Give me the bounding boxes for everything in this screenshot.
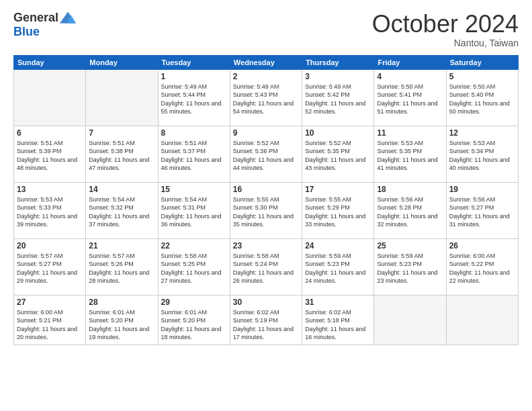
- day-number: 26: [449, 241, 515, 250]
- day-info: Sunrise: 5:57 AM Sunset: 5:26 PM Dayligh…: [89, 252, 154, 285]
- day-number: 27: [17, 298, 83, 307]
- calendar-cell: 26Sunrise: 6:00 AM Sunset: 5:22 PM Dayli…: [446, 238, 518, 295]
- calendar-cell: 16Sunrise: 5:55 AM Sunset: 5:30 PM Dayli…: [230, 182, 302, 238]
- calendar-cell: 4Sunrise: 5:50 AM Sunset: 5:41 PM Daylig…: [374, 69, 446, 126]
- day-number: 3: [305, 72, 371, 81]
- calendar-week-1: 1Sunrise: 5:49 AM Sunset: 5:44 PM Daylig…: [14, 69, 519, 126]
- calendar-cell: 29Sunrise: 6:01 AM Sunset: 5:20 PM Dayli…: [158, 295, 230, 345]
- logo: General Blue: [13, 11, 76, 39]
- calendar-week-3: 13Sunrise: 5:53 AM Sunset: 5:33 PM Dayli…: [14, 182, 519, 238]
- calendar-cell: [14, 69, 86, 126]
- day-info: Sunrise: 5:53 AM Sunset: 5:34 PM Dayligh…: [449, 139, 515, 173]
- day-info: Sunrise: 6:02 AM Sunset: 5:18 PM Dayligh…: [305, 308, 371, 342]
- calendar-cell: 20Sunrise: 5:57 AM Sunset: 5:27 PM Dayli…: [14, 238, 86, 295]
- title-block: October 2024 Nantou, Taiwan: [372, 11, 519, 48]
- day-number: 23: [233, 241, 299, 250]
- logo-general-text: General: [13, 11, 58, 25]
- calendar-cell: 24Sunrise: 5:59 AM Sunset: 5:23 PM Dayli…: [302, 238, 374, 295]
- day-number: 8: [161, 128, 227, 138]
- col-monday: Monday: [86, 55, 158, 69]
- header-row: Sunday Monday Tuesday Wednesday Thursday…: [14, 55, 519, 69]
- day-number: 15: [161, 185, 227, 194]
- day-info: Sunrise: 5:50 AM Sunset: 5:41 PM Dayligh…: [377, 83, 443, 116]
- day-number: 30: [233, 298, 299, 307]
- day-number: 16: [233, 185, 299, 194]
- day-info: Sunrise: 6:01 AM Sunset: 5:20 PM Dayligh…: [89, 308, 154, 342]
- calendar-cell: 1Sunrise: 5:49 AM Sunset: 5:44 PM Daylig…: [158, 69, 230, 126]
- day-number: 24: [305, 241, 371, 250]
- logo-blue-text: Blue: [13, 25, 40, 39]
- day-number: 31: [305, 298, 371, 307]
- day-info: Sunrise: 5:56 AM Sunset: 5:27 PM Dayligh…: [449, 195, 515, 229]
- day-number: 1: [161, 72, 227, 81]
- calendar-cell: 6Sunrise: 5:51 AM Sunset: 5:39 PM Daylig…: [14, 126, 86, 182]
- calendar-cell: [446, 295, 518, 345]
- day-info: Sunrise: 5:56 AM Sunset: 5:28 PM Dayligh…: [377, 195, 443, 229]
- calendar-cell: 25Sunrise: 5:59 AM Sunset: 5:23 PM Dayli…: [374, 238, 446, 295]
- calendar-header: Sunday Monday Tuesday Wednesday Thursday…: [14, 55, 519, 69]
- day-number: 22: [161, 241, 227, 250]
- day-number: 21: [89, 241, 154, 250]
- calendar-cell: 12Sunrise: 5:53 AM Sunset: 5:34 PM Dayli…: [446, 126, 518, 182]
- col-saturday: Saturday: [446, 55, 518, 69]
- day-info: Sunrise: 6:00 AM Sunset: 5:21 PM Dayligh…: [17, 308, 83, 342]
- day-number: 9: [233, 128, 299, 138]
- header: General Blue October 2024 Nantou, Taiwan: [13, 11, 519, 48]
- day-number: 2: [233, 72, 299, 81]
- day-info: Sunrise: 5:49 AM Sunset: 5:42 PM Dayligh…: [305, 83, 371, 116]
- col-thursday: Thursday: [302, 55, 374, 69]
- day-info: Sunrise: 5:49 AM Sunset: 5:43 PM Dayligh…: [233, 83, 299, 116]
- calendar-cell: [374, 295, 446, 345]
- day-info: Sunrise: 5:52 AM Sunset: 5:36 PM Dayligh…: [233, 139, 299, 173]
- day-number: 6: [17, 128, 83, 138]
- day-info: Sunrise: 5:53 AM Sunset: 5:33 PM Dayligh…: [17, 195, 83, 229]
- calendar-week-2: 6Sunrise: 5:51 AM Sunset: 5:39 PM Daylig…: [14, 126, 519, 182]
- calendar-cell: 5Sunrise: 5:50 AM Sunset: 5:40 PM Daylig…: [446, 69, 518, 126]
- calendar-week-5: 27Sunrise: 6:00 AM Sunset: 5:21 PM Dayli…: [14, 295, 519, 345]
- day-number: 20: [17, 241, 83, 250]
- calendar-cell: 22Sunrise: 5:58 AM Sunset: 5:25 PM Dayli…: [158, 238, 230, 295]
- calendar-cell: 2Sunrise: 5:49 AM Sunset: 5:43 PM Daylig…: [230, 69, 302, 126]
- day-number: 14: [89, 185, 154, 194]
- calendar-cell: 18Sunrise: 5:56 AM Sunset: 5:28 PM Dayli…: [374, 182, 446, 238]
- calendar-cell: [86, 69, 158, 126]
- day-info: Sunrise: 5:51 AM Sunset: 5:38 PM Dayligh…: [89, 139, 154, 173]
- logo-icon: [60, 11, 76, 25]
- day-number: 5: [449, 72, 515, 81]
- calendar-cell: 28Sunrise: 6:01 AM Sunset: 5:20 PM Dayli…: [86, 295, 158, 345]
- day-info: Sunrise: 5:59 AM Sunset: 5:23 PM Dayligh…: [305, 252, 371, 285]
- calendar-cell: 31Sunrise: 6:02 AM Sunset: 5:18 PM Dayli…: [302, 295, 374, 345]
- day-info: Sunrise: 5:51 AM Sunset: 5:39 PM Dayligh…: [17, 139, 83, 173]
- day-info: Sunrise: 5:57 AM Sunset: 5:27 PM Dayligh…: [17, 252, 83, 285]
- location-subtitle: Nantou, Taiwan: [372, 38, 519, 48]
- day-info: Sunrise: 6:00 AM Sunset: 5:22 PM Dayligh…: [449, 252, 515, 285]
- calendar-cell: 14Sunrise: 5:54 AM Sunset: 5:32 PM Dayli…: [86, 182, 158, 238]
- day-info: Sunrise: 5:53 AM Sunset: 5:35 PM Dayligh…: [377, 139, 443, 173]
- day-info: Sunrise: 5:59 AM Sunset: 5:23 PM Dayligh…: [377, 252, 443, 285]
- calendar-body: 1Sunrise: 5:49 AM Sunset: 5:44 PM Daylig…: [14, 69, 519, 345]
- day-number: 29: [161, 298, 227, 307]
- day-info: Sunrise: 5:52 AM Sunset: 5:35 PM Dayligh…: [305, 139, 371, 173]
- calendar-cell: 21Sunrise: 5:57 AM Sunset: 5:26 PM Dayli…: [86, 238, 158, 295]
- month-title: October 2024: [372, 11, 519, 38]
- day-number: 10: [305, 128, 371, 138]
- day-number: 19: [449, 185, 515, 194]
- day-info: Sunrise: 5:49 AM Sunset: 5:44 PM Dayligh…: [161, 83, 227, 116]
- calendar-cell: 7Sunrise: 5:51 AM Sunset: 5:38 PM Daylig…: [86, 126, 158, 182]
- calendar-cell: 30Sunrise: 6:02 AM Sunset: 5:19 PM Dayli…: [230, 295, 302, 345]
- calendar-week-4: 20Sunrise: 5:57 AM Sunset: 5:27 PM Dayli…: [14, 238, 519, 295]
- day-info: Sunrise: 5:55 AM Sunset: 5:30 PM Dayligh…: [233, 195, 299, 229]
- day-info: Sunrise: 5:58 AM Sunset: 5:24 PM Dayligh…: [233, 252, 299, 285]
- calendar-cell: 23Sunrise: 5:58 AM Sunset: 5:24 PM Dayli…: [230, 238, 302, 295]
- calendar-cell: 11Sunrise: 5:53 AM Sunset: 5:35 PM Dayli…: [374, 126, 446, 182]
- day-info: Sunrise: 5:55 AM Sunset: 5:29 PM Dayligh…: [305, 195, 371, 229]
- calendar-cell: 8Sunrise: 5:51 AM Sunset: 5:37 PM Daylig…: [158, 126, 230, 182]
- calendar-cell: 3Sunrise: 5:49 AM Sunset: 5:42 PM Daylig…: [302, 69, 374, 126]
- day-info: Sunrise: 6:01 AM Sunset: 5:20 PM Dayligh…: [161, 308, 227, 342]
- calendar-table: Sunday Monday Tuesday Wednesday Thursday…: [13, 55, 519, 345]
- calendar-cell: 10Sunrise: 5:52 AM Sunset: 5:35 PM Dayli…: [302, 126, 374, 182]
- calendar-cell: 17Sunrise: 5:55 AM Sunset: 5:29 PM Dayli…: [302, 182, 374, 238]
- col-wednesday: Wednesday: [230, 55, 302, 69]
- day-number: 12: [449, 128, 515, 138]
- col-tuesday: Tuesday: [158, 55, 230, 69]
